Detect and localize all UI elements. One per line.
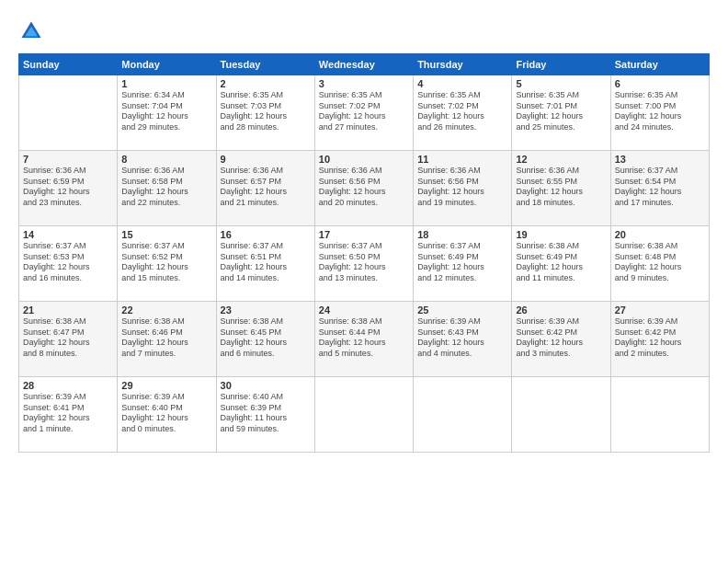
calendar-cell: 11Sunrise: 6:36 AM Sunset: 6:56 PM Dayli… <box>414 151 512 226</box>
day-number: 15 <box>121 229 211 240</box>
day-info: Sunrise: 6:36 AM Sunset: 6:56 PM Dayligh… <box>319 166 409 209</box>
calendar-cell: 12Sunrise: 6:36 AM Sunset: 6:55 PM Dayli… <box>512 151 610 226</box>
calendar-cell: 15Sunrise: 6:37 AM Sunset: 6:52 PM Dayli… <box>118 226 216 302</box>
day-number: 7 <box>23 154 113 165</box>
calendar-week-row: 7Sunrise: 6:36 AM Sunset: 6:59 PM Daylig… <box>19 151 710 226</box>
day-header-monday: Monday <box>118 54 216 75</box>
day-info: Sunrise: 6:37 AM Sunset: 6:49 PM Dayligh… <box>417 241 507 284</box>
day-info: Sunrise: 6:39 AM Sunset: 6:40 PM Dayligh… <box>121 392 211 435</box>
day-number: 13 <box>615 154 705 165</box>
calendar-cell <box>512 377 610 453</box>
day-info: Sunrise: 6:39 AM Sunset: 6:42 PM Dayligh… <box>516 316 606 360</box>
day-number: 23 <box>221 304 311 316</box>
day-info: Sunrise: 6:35 AM Sunset: 7:00 PM Dayligh… <box>615 90 705 133</box>
calendar-cell: 24Sunrise: 6:38 AM Sunset: 6:44 PM Dayli… <box>314 302 413 377</box>
day-number: 22 <box>121 304 211 316</box>
calendar-header-row: SundayMondayTuesdayWednesdayThursdayFrid… <box>19 54 710 75</box>
day-info: Sunrise: 6:36 AM Sunset: 6:57 PM Dayligh… <box>221 166 311 209</box>
calendar-cell: 27Sunrise: 6:39 AM Sunset: 6:42 PM Dayli… <box>610 302 709 377</box>
day-number: 26 <box>516 304 606 316</box>
day-number: 9 <box>221 154 311 165</box>
day-number: 8 <box>121 154 211 165</box>
day-number: 5 <box>516 78 606 89</box>
day-info: Sunrise: 6:37 AM Sunset: 6:52 PM Dayligh… <box>121 241 211 284</box>
day-number: 2 <box>221 78 311 89</box>
calendar-week-row: 28Sunrise: 6:39 AM Sunset: 6:41 PM Dayli… <box>19 377 710 453</box>
calendar-table: SundayMondayTuesdayWednesdayThursdayFrid… <box>18 53 710 453</box>
calendar-cell: 28Sunrise: 6:39 AM Sunset: 6:41 PM Dayli… <box>19 377 118 453</box>
day-info: Sunrise: 6:38 AM Sunset: 6:48 PM Dayligh… <box>615 241 705 284</box>
day-info: Sunrise: 6:36 AM Sunset: 6:58 PM Dayligh… <box>121 166 211 209</box>
page: SundayMondayTuesdayWednesdayThursdayFrid… <box>0 0 728 563</box>
day-number: 30 <box>221 380 311 391</box>
calendar-cell: 1Sunrise: 6:34 AM Sunset: 7:04 PM Daylig… <box>118 75 216 151</box>
calendar-cell: 22Sunrise: 6:38 AM Sunset: 6:46 PM Dayli… <box>118 302 216 377</box>
day-info: Sunrise: 6:37 AM Sunset: 6:53 PM Dayligh… <box>23 241 113 284</box>
day-info: Sunrise: 6:39 AM Sunset: 6:43 PM Dayligh… <box>417 316 507 360</box>
day-info: Sunrise: 6:37 AM Sunset: 6:54 PM Dayligh… <box>615 166 705 209</box>
day-number: 16 <box>221 229 311 240</box>
day-info: Sunrise: 6:40 AM Sunset: 6:39 PM Dayligh… <box>221 392 311 435</box>
calendar-cell: 21Sunrise: 6:38 AM Sunset: 6:47 PM Dayli… <box>19 302 118 377</box>
header <box>18 18 710 44</box>
calendar-week-row: 1Sunrise: 6:34 AM Sunset: 7:04 PM Daylig… <box>19 75 710 151</box>
calendar-cell: 10Sunrise: 6:36 AM Sunset: 6:56 PM Dayli… <box>314 151 413 226</box>
day-info: Sunrise: 6:38 AM Sunset: 6:46 PM Dayligh… <box>121 316 211 360</box>
day-info: Sunrise: 6:34 AM Sunset: 7:04 PM Dayligh… <box>121 90 211 133</box>
day-number: 25 <box>417 304 507 316</box>
day-number: 17 <box>319 229 409 240</box>
calendar-cell: 13Sunrise: 6:37 AM Sunset: 6:54 PM Dayli… <box>610 151 709 226</box>
day-number: 10 <box>319 154 409 165</box>
day-header-saturday: Saturday <box>610 54 709 75</box>
day-number: 28 <box>23 380 113 391</box>
day-info: Sunrise: 6:38 AM Sunset: 6:47 PM Dayligh… <box>23 316 113 360</box>
day-info: Sunrise: 6:35 AM Sunset: 7:02 PM Dayligh… <box>417 90 507 133</box>
day-info: Sunrise: 6:35 AM Sunset: 7:03 PM Dayligh… <box>221 90 311 133</box>
calendar-cell: 5Sunrise: 6:35 AM Sunset: 7:01 PM Daylig… <box>512 75 610 151</box>
calendar-cell: 9Sunrise: 6:36 AM Sunset: 6:57 PM Daylig… <box>216 151 314 226</box>
calendar-cell: 14Sunrise: 6:37 AM Sunset: 6:53 PM Dayli… <box>19 226 118 302</box>
day-number: 12 <box>516 154 606 165</box>
logo-icon <box>18 18 44 44</box>
day-number: 20 <box>615 229 705 240</box>
day-info: Sunrise: 6:39 AM Sunset: 6:42 PM Dayligh… <box>615 316 705 360</box>
day-header-friday: Friday <box>512 54 610 75</box>
calendar-cell <box>414 377 512 453</box>
calendar-cell: 23Sunrise: 6:38 AM Sunset: 6:45 PM Dayli… <box>216 302 314 377</box>
calendar-cell: 16Sunrise: 6:37 AM Sunset: 6:51 PM Dayli… <box>216 226 314 302</box>
calendar-cell <box>314 377 413 453</box>
day-number: 3 <box>319 78 409 89</box>
day-info: Sunrise: 6:35 AM Sunset: 7:01 PM Dayligh… <box>516 90 606 133</box>
day-number: 6 <box>615 78 705 89</box>
day-info: Sunrise: 6:38 AM Sunset: 6:45 PM Dayligh… <box>221 316 311 360</box>
calendar-cell: 29Sunrise: 6:39 AM Sunset: 6:40 PM Dayli… <box>118 377 216 453</box>
day-header-sunday: Sunday <box>19 54 118 75</box>
day-number: 27 <box>615 304 705 316</box>
day-info: Sunrise: 6:36 AM Sunset: 6:56 PM Dayligh… <box>417 166 507 209</box>
day-number: 29 <box>121 380 211 391</box>
calendar-week-row: 14Sunrise: 6:37 AM Sunset: 6:53 PM Dayli… <box>19 226 710 302</box>
calendar-cell: 20Sunrise: 6:38 AM Sunset: 6:48 PM Dayli… <box>610 226 709 302</box>
calendar-cell: 8Sunrise: 6:36 AM Sunset: 6:58 PM Daylig… <box>118 151 216 226</box>
calendar-cell: 2Sunrise: 6:35 AM Sunset: 7:03 PM Daylig… <box>216 75 314 151</box>
calendar-cell: 7Sunrise: 6:36 AM Sunset: 6:59 PM Daylig… <box>19 151 118 226</box>
logo <box>18 18 48 44</box>
calendar-cell: 4Sunrise: 6:35 AM Sunset: 7:02 PM Daylig… <box>414 75 512 151</box>
day-number: 18 <box>417 229 507 240</box>
day-info: Sunrise: 6:35 AM Sunset: 7:02 PM Dayligh… <box>319 90 409 133</box>
day-header-tuesday: Tuesday <box>216 54 314 75</box>
day-info: Sunrise: 6:38 AM Sunset: 6:49 PM Dayligh… <box>516 241 606 284</box>
calendar-week-row: 21Sunrise: 6:38 AM Sunset: 6:47 PM Dayli… <box>19 302 710 377</box>
day-header-wednesday: Wednesday <box>314 54 413 75</box>
day-info: Sunrise: 6:36 AM Sunset: 6:55 PM Dayligh… <box>516 166 606 209</box>
day-info: Sunrise: 6:37 AM Sunset: 6:50 PM Dayligh… <box>319 241 409 284</box>
calendar-cell: 26Sunrise: 6:39 AM Sunset: 6:42 PM Dayli… <box>512 302 610 377</box>
day-number: 1 <box>121 78 211 89</box>
calendar-cell: 19Sunrise: 6:38 AM Sunset: 6:49 PM Dayli… <box>512 226 610 302</box>
calendar-cell: 18Sunrise: 6:37 AM Sunset: 6:49 PM Dayli… <box>414 226 512 302</box>
day-number: 11 <box>417 154 507 165</box>
day-info: Sunrise: 6:36 AM Sunset: 6:59 PM Dayligh… <box>23 166 113 209</box>
calendar-cell: 6Sunrise: 6:35 AM Sunset: 7:00 PM Daylig… <box>610 75 709 151</box>
day-info: Sunrise: 6:39 AM Sunset: 6:41 PM Dayligh… <box>23 392 113 435</box>
day-header-thursday: Thursday <box>414 54 512 75</box>
